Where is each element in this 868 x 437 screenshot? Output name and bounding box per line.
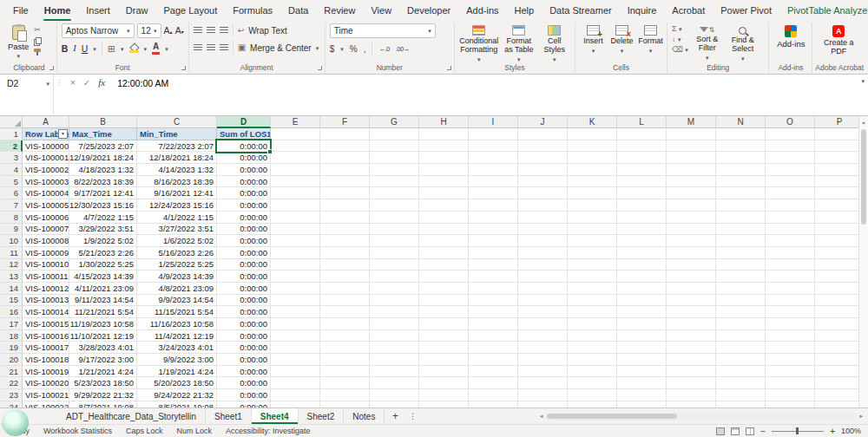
cell-I17[interactable] [469, 318, 518, 330]
ribbon-tab-file[interactable]: File [5, 0, 36, 21]
cell-E15[interactable] [271, 295, 320, 307]
cell-L4[interactable] [617, 164, 667, 176]
cell-P17[interactable] [815, 318, 865, 330]
cell-J9[interactable] [518, 224, 568, 236]
cell-L17[interactable] [617, 318, 667, 330]
vertical-scrollbar[interactable]: ▲ [858, 116, 868, 408]
cell-O9[interactable] [766, 224, 815, 236]
cell-P1[interactable] [815, 128, 865, 140]
row-header-7[interactable]: 7 [0, 199, 23, 212]
align-top-button[interactable] [194, 27, 202, 34]
cell-L1[interactable] [617, 128, 667, 140]
row-header-22[interactable]: 22 [0, 377, 23, 389]
cell-B5[interactable]: 8/22/2023 18:39 [69, 176, 137, 188]
cell-M11[interactable] [667, 247, 716, 259]
cell-F1[interactable] [320, 128, 370, 140]
zoom-out-button[interactable]: − [760, 427, 766, 436]
cell-D15[interactable]: 0:00:00 [217, 295, 271, 307]
cell-P15[interactable] [815, 295, 865, 307]
cell-M4[interactable] [667, 164, 716, 176]
cell-P16[interactable] [815, 306, 865, 318]
cell-D20[interactable]: 0:00:00 [217, 354, 271, 366]
cell-O12[interactable] [766, 259, 815, 271]
create-pdf-button[interactable]: A Create a PDF [817, 23, 860, 56]
cell-D4[interactable]: 0:00:00 [217, 164, 271, 176]
cell-L15[interactable] [617, 295, 667, 307]
vertical-scroll-thumb[interactable] [861, 129, 866, 225]
row-header-15[interactable]: 15 [0, 295, 23, 307]
cell-G19[interactable] [370, 342, 419, 354]
cell-N9[interactable] [716, 224, 766, 236]
cell-G8[interactable] [370, 212, 419, 224]
cell-B10[interactable]: 1/9/2022 5:02 [69, 235, 137, 247]
cell-P4[interactable] [815, 164, 865, 176]
cell-K20[interactable] [568, 354, 617, 366]
align-left-button[interactable] [194, 44, 202, 51]
cell-J5[interactable] [518, 176, 568, 188]
cell-O1[interactable] [766, 128, 815, 140]
cell-L21[interactable] [617, 366, 667, 378]
increase-font-size-button[interactable]: A▴ [164, 26, 173, 36]
cell-L14[interactable] [617, 283, 667, 295]
cell-J11[interactable] [518, 247, 568, 259]
cell-N8[interactable] [716, 212, 766, 224]
cell-K3[interactable] [568, 152, 617, 164]
cell-D10[interactable]: 0:00:00 [217, 235, 271, 247]
column-header-A[interactable]: A [23, 116, 69, 128]
cell-H1[interactable] [419, 128, 469, 140]
ribbon-tab-data-streamer[interactable]: Data Streamer [542, 0, 620, 21]
cell-M14[interactable] [667, 283, 716, 295]
cell-N7[interactable] [716, 199, 766, 212]
cell-C16[interactable]: 11/15/2021 5:54 [137, 306, 217, 318]
column-header-K[interactable]: K [568, 116, 617, 128]
cell-C22[interactable]: 5/20/2023 18:50 [137, 377, 217, 389]
cell-E11[interactable] [271, 247, 320, 259]
cell-B20[interactable]: 9/17/2022 3:00 [69, 354, 137, 366]
cell-G3[interactable] [370, 152, 419, 164]
cell-L16[interactable] [617, 306, 667, 318]
cell-J3[interactable] [518, 152, 568, 164]
cell-E18[interactable] [271, 330, 320, 342]
cell-B24[interactable]: 8/7/2021 19:08 [69, 401, 137, 408]
cell-B17[interactable]: 11/19/2023 10:58 [69, 318, 137, 330]
cell-F2[interactable] [320, 140, 370, 153]
cell-C24[interactable]: 8/5/2021 19:08 [137, 401, 217, 408]
row-header-8[interactable]: 8 [0, 212, 23, 224]
cell-K13[interactable] [568, 271, 617, 283]
page-break-view-button[interactable] [746, 427, 754, 435]
align-right-button[interactable] [220, 44, 228, 51]
cell-D19[interactable]: 0:00:00 [217, 342, 271, 354]
cell-N3[interactable] [716, 152, 766, 164]
cell-J21[interactable] [518, 366, 568, 378]
cell-I11[interactable] [469, 247, 518, 259]
cell-C13[interactable]: 4/9/2023 14:39 [137, 271, 217, 283]
column-header-E[interactable]: E [271, 116, 320, 128]
cell-B21[interactable]: 1/21/2021 4:24 [69, 366, 137, 378]
cell-A19[interactable]: VIS-100017 [23, 342, 69, 354]
font-name-select[interactable]: Aptos Narrow ▾ [62, 23, 135, 38]
cell-K8[interactable] [568, 212, 617, 224]
column-header-G[interactable]: G [370, 116, 419, 128]
cell-I5[interactable] [469, 176, 518, 188]
row-header-13[interactable]: 13 [0, 271, 23, 283]
cell-K5[interactable] [568, 176, 617, 188]
cell-J13[interactable] [518, 271, 568, 283]
cell-A2[interactable]: VIS-100000 [23, 140, 69, 153]
cell-L24[interactable] [617, 401, 667, 408]
cell-E2[interactable] [271, 140, 320, 153]
cell-F9[interactable] [320, 224, 370, 236]
cell-N18[interactable] [716, 330, 766, 342]
cell-D1[interactable]: Sum of LOS1 [217, 128, 271, 140]
cell-H16[interactable] [419, 306, 469, 318]
alignment-dialog-launcher[interactable] [318, 66, 322, 70]
cell-O14[interactable] [766, 283, 815, 295]
column-header-I[interactable]: I [469, 116, 518, 128]
cell-M13[interactable] [667, 271, 716, 283]
cell-P24[interactable] [815, 401, 865, 408]
cell-A24[interactable]: VIS-100022 [23, 401, 69, 408]
cell-N24[interactable] [716, 401, 766, 408]
cell-K18[interactable] [568, 330, 617, 342]
cell-A21[interactable]: VIS-100019 [23, 366, 69, 378]
cell-L5[interactable] [617, 176, 667, 188]
cell-I14[interactable] [469, 283, 518, 295]
